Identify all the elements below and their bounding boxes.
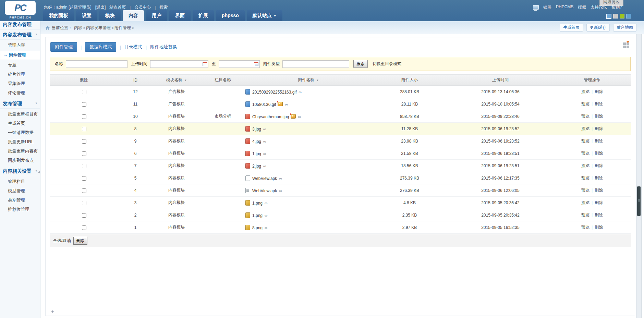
sidebar-item-管理内容[interactable]: 管理内容 xyxy=(0,41,40,50)
calendar-icon[interactable] xyxy=(203,62,207,66)
file-name-link[interactable]: 3.jpg xyxy=(252,127,261,132)
file-name-link[interactable]: 4.jpg xyxy=(252,139,261,144)
link-chain-icon[interactable]: ∞ xyxy=(263,139,266,144)
header-link[interactable]: PHPCMS xyxy=(556,4,573,10)
page-scrollbar-thumb[interactable] xyxy=(637,186,641,216)
header-link[interactable]: 支持论坛 xyxy=(591,4,607,10)
nav-tab[interactable]: 我的面板 xyxy=(43,10,74,21)
content-tab-附件地址替换[interactable]: 附件地址替换 xyxy=(150,44,177,50)
row-checkbox[interactable] xyxy=(82,164,86,168)
skin-swatch[interactable] xyxy=(606,14,611,19)
delete-link[interactable]: 删除 xyxy=(595,101,603,106)
search-button[interactable]: 搜索 xyxy=(353,60,368,68)
sidebar-item-一键清理数据[interactable]: 一键清理数据 xyxy=(0,128,40,137)
sidebar-item-模型管理[interactable]: 模型管理 xyxy=(0,186,40,196)
nav-tab[interactable]: 用户 xyxy=(146,10,167,21)
file-name-link[interactable]: Chrysanthemum.jpg xyxy=(252,114,289,119)
file-name-link[interactable]: 8.png xyxy=(252,225,263,230)
breadcrumb-action-button[interactable]: 更新缓存 xyxy=(586,24,610,32)
breadcrumb-item[interactable]: 附件管理 xyxy=(114,25,131,31)
row-checkbox[interactable] xyxy=(82,114,86,119)
file-name-link[interactable]: 2.jpg xyxy=(252,164,261,169)
preview-link[interactable]: 预览 xyxy=(581,175,590,180)
breadcrumb-action-button[interactable]: 生成首页 xyxy=(560,24,583,32)
delete-link[interactable]: 删除 xyxy=(595,151,603,156)
delete-link[interactable]: 删除 xyxy=(595,225,603,230)
name-input[interactable] xyxy=(66,60,127,68)
row-checkbox[interactable] xyxy=(82,188,86,193)
breadcrumb-item[interactable]: 内容发布管理 xyxy=(86,25,111,31)
sort-arrow-icon[interactable]: ▼ xyxy=(184,79,187,82)
link-chain-icon[interactable]: ∞ xyxy=(279,176,282,181)
nav-tab[interactable]: 内容 xyxy=(123,10,144,21)
column-header-模块名称[interactable]: 模块名称▼ xyxy=(153,75,201,86)
file-name-link[interactable]: 1.png xyxy=(252,201,263,206)
image-preview-icon[interactable] xyxy=(278,102,283,106)
breadcrumb-item[interactable]: 内容 xyxy=(74,25,82,31)
delete-link[interactable]: 删除 xyxy=(595,126,603,131)
skin-swatch[interactable] xyxy=(613,14,618,19)
link-chain-icon[interactable]: ∞ xyxy=(265,225,268,230)
sidebar-collapse-icon[interactable]: ◀ xyxy=(38,170,40,174)
header-link[interactable]: 授权 xyxy=(578,4,586,10)
header-link[interactable]: 锁屏 xyxy=(543,4,551,10)
row-checkbox[interactable] xyxy=(82,127,86,131)
sort-arrow-icon[interactable]: ▼ xyxy=(316,79,319,82)
link-chain-icon[interactable]: ∞ xyxy=(265,213,268,218)
image-preview-icon[interactable] xyxy=(291,114,296,119)
delete-link[interactable]: 删除 xyxy=(595,114,603,119)
column-header-附件名称[interactable]: 附件名称▼ xyxy=(245,75,372,86)
nav-tab[interactable]: 默认站点▼ xyxy=(247,10,282,21)
row-checkbox[interactable] xyxy=(82,225,86,230)
file-name-link[interactable]: 10580136.gif xyxy=(252,102,276,107)
preview-link[interactable]: 预览 xyxy=(581,114,590,119)
preview-link[interactable]: 预览 xyxy=(581,126,590,131)
phpcms-logo[interactable]: PC xyxy=(5,1,36,15)
sidebar-section-title[interactable]: 内容相关设置▼ xyxy=(0,166,40,176)
content-tab-数据库模式[interactable]: 数据库模式 xyxy=(85,42,116,52)
row-checkbox[interactable] xyxy=(82,139,86,144)
logout-link[interactable]: [退出] xyxy=(95,4,106,10)
content-tab-目录模式[interactable]: 目录模式 xyxy=(124,44,142,50)
page-scrollbar-track[interactable] xyxy=(636,34,642,318)
bulk-delete-button[interactable]: 删除 xyxy=(73,237,87,245)
link-chain-icon[interactable]: ∞ xyxy=(299,90,302,95)
sidebar-item-批量更新内容页[interactable]: 批量更新内容页 xyxy=(0,147,40,156)
file-name-link[interactable]: WebView.apk xyxy=(252,188,277,193)
sidebar-section-title[interactable]: 发布管理▼ xyxy=(0,98,40,109)
file-name-link[interactable]: 1.jpg xyxy=(252,151,261,156)
preview-link[interactable]: 预览 xyxy=(581,200,590,205)
quick-link[interactable]: 会员中心 xyxy=(134,4,151,10)
link-chain-icon[interactable]: ∞ xyxy=(263,164,266,169)
sidebar-item-评论管理[interactable]: 评论管理 xyxy=(0,88,40,98)
nav-tab[interactable]: 界面 xyxy=(169,10,191,21)
sidebar-item-专题[interactable]: 专题 xyxy=(0,61,40,70)
nav-tab[interactable]: 扩展 xyxy=(193,10,214,21)
sidebar-item-附件管理[interactable]: →附件管理 xyxy=(0,51,40,60)
time-to-input[interactable] xyxy=(219,60,260,68)
row-checkbox[interactable] xyxy=(82,151,86,156)
nav-tab[interactable]: 模块 xyxy=(99,10,121,21)
view-switch-grid-icon[interactable] xyxy=(623,42,630,49)
delete-link[interactable]: 删除 xyxy=(595,188,603,193)
delete-link[interactable]: 删除 xyxy=(595,163,603,168)
row-checkbox[interactable] xyxy=(82,90,86,94)
link-chain-icon[interactable]: ∞ xyxy=(279,188,282,193)
preview-link[interactable]: 预览 xyxy=(581,188,590,193)
quick-link[interactable]: 站点首页 xyxy=(109,4,126,10)
nav-tab[interactable]: phpsso xyxy=(216,10,245,21)
sidebar-item-同步到发布点[interactable]: 同步到发布点 xyxy=(0,156,40,165)
calendar-icon[interactable] xyxy=(254,62,258,66)
sidebar-item-类别管理[interactable]: 类别管理 xyxy=(0,196,40,205)
row-checkbox[interactable] xyxy=(82,213,86,218)
row-checkbox[interactable] xyxy=(82,102,86,107)
preview-link[interactable]: 预览 xyxy=(581,225,590,230)
sidebar-item-生成首页[interactable]: 生成首页 xyxy=(0,119,40,128)
delete-link[interactable]: 删除 xyxy=(595,200,603,205)
sidebar-item-管理栏目[interactable]: 管理栏目 xyxy=(0,177,40,186)
preview-link[interactable]: 预览 xyxy=(581,138,590,143)
quick-link[interactable]: 搜索 xyxy=(160,4,168,10)
sidebar-item-碎片管理[interactable]: 碎片管理 xyxy=(0,70,40,79)
delete-link[interactable]: 删除 xyxy=(595,138,603,143)
skin-swatch[interactable] xyxy=(620,14,624,19)
